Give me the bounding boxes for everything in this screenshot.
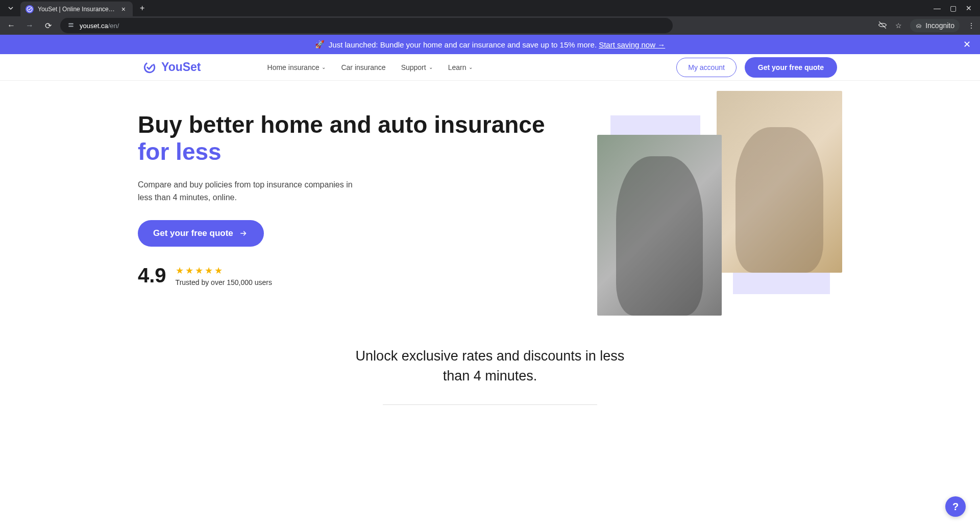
back-button[interactable]: ← — [5, 21, 17, 30]
header-cta-button[interactable]: Get your free quote — [745, 57, 837, 78]
browser-toolbar: ← → ⟳ youset.ca/en/ ☆ Incognito ⋮ — [0, 16, 980, 35]
page-content: 🚀 Just launched: Bundle your home and ca… — [0, 35, 980, 527]
eye-off-icon[interactable] — [878, 20, 887, 31]
incognito-badge[interactable]: Incognito — [910, 19, 960, 32]
hero-subtext: Compare and buy policies from top insura… — [138, 179, 368, 204]
hero-cta-button[interactable]: Get your free quote — [138, 220, 264, 247]
hero-images — [597, 91, 842, 316]
forward-button[interactable]: → — [23, 21, 36, 30]
nav-learn[interactable]: Learn⌄ — [448, 63, 473, 71]
logo[interactable]: YouSet — [143, 60, 201, 74]
announcement-close-icon[interactable]: ✕ — [963, 39, 971, 50]
rating-value: 4.9 — [138, 264, 166, 287]
rating-block: 4.9 ★★★★★ Trusted by over 150,000 users — [138, 264, 577, 287]
chevron-down-icon — [8, 5, 14, 11]
hero-heading: Buy better home and auto insurance for l… — [138, 111, 577, 165]
logo-icon — [143, 61, 156, 74]
nav-car-insurance[interactable]: Car insurance — [341, 63, 385, 71]
chevron-down-icon: ⌄ — [469, 64, 473, 70]
new-tab-button[interactable]: + — [136, 2, 149, 15]
svg-point-4 — [917, 26, 919, 28]
reload-button[interactable]: ⟳ — [42, 21, 54, 31]
announcement-link[interactable]: Start saving now → — [599, 40, 665, 49]
logo-text: YouSet — [161, 60, 201, 74]
hero-image-woman — [717, 91, 842, 273]
site-header: YouSet Home insurance⌄ Car insurance Sup… — [0, 54, 980, 81]
site-info-icon[interactable] — [67, 21, 75, 30]
nav-support[interactable]: Support⌄ — [401, 63, 433, 71]
hero-section: Buy better home and auto insurance for l… — [0, 81, 980, 336]
rocket-icon: 🚀 — [315, 40, 325, 49]
my-account-button[interactable]: My account — [676, 58, 737, 77]
value-prop-section: Unlock exclusive rates and discounts in … — [0, 336, 980, 436]
section-heading: Unlock exclusive rates and discounts in … — [347, 346, 633, 386]
maximize-button[interactable]: ▢ — [950, 4, 957, 12]
close-window-button[interactable]: ✕ — [966, 4, 972, 12]
main-nav: Home insurance⌄ Car insurance Support⌄ L… — [267, 63, 473, 71]
address-bar[interactable]: youset.ca/en/ — [60, 18, 673, 33]
incognito-label: Incognito — [925, 21, 954, 30]
stars-icon: ★★★★★ — [176, 265, 272, 276]
announcement-text: Just launched: Bundle your home and car … — [329, 40, 597, 49]
bookmark-icon[interactable]: ☆ — [895, 21, 902, 30]
minimize-button[interactable]: — — [934, 4, 941, 12]
hero-image-man-car — [597, 135, 722, 316]
trusted-text: Trusted by over 150,000 users — [176, 278, 272, 286]
svg-point-5 — [919, 26, 921, 28]
help-fab-button[interactable]: ? — [945, 496, 966, 517]
chevron-down-icon: ⌄ — [429, 64, 433, 70]
arrow-right-icon — [238, 228, 249, 238]
announcement-bar: 🚀 Just launched: Bundle your home and ca… — [0, 35, 980, 54]
tab-close-icon[interactable]: × — [119, 5, 128, 13]
favicon-icon — [26, 5, 34, 13]
browser-tab-strip: YouSet | Online Insurance Quot × + — ▢ ✕ — [0, 0, 980, 16]
tab-title: YouSet | Online Insurance Quot — [38, 6, 115, 13]
svg-line-3 — [879, 21, 886, 29]
chevron-down-icon: ⌄ — [322, 64, 326, 70]
svg-rect-1 — [68, 23, 73, 24]
browser-tab[interactable]: YouSet | Online Insurance Quot × — [20, 2, 133, 17]
tab-search-dropdown[interactable] — [4, 2, 17, 15]
incognito-icon — [915, 22, 922, 29]
nav-home-insurance[interactable]: Home insurance⌄ — [267, 63, 326, 71]
browser-menu-icon[interactable]: ⋮ — [968, 21, 975, 30]
url-text: youset.ca/en/ — [80, 22, 119, 30]
divider — [383, 404, 597, 405]
svg-rect-2 — [68, 26, 73, 27]
window-controls: — ▢ ✕ — [934, 4, 976, 12]
